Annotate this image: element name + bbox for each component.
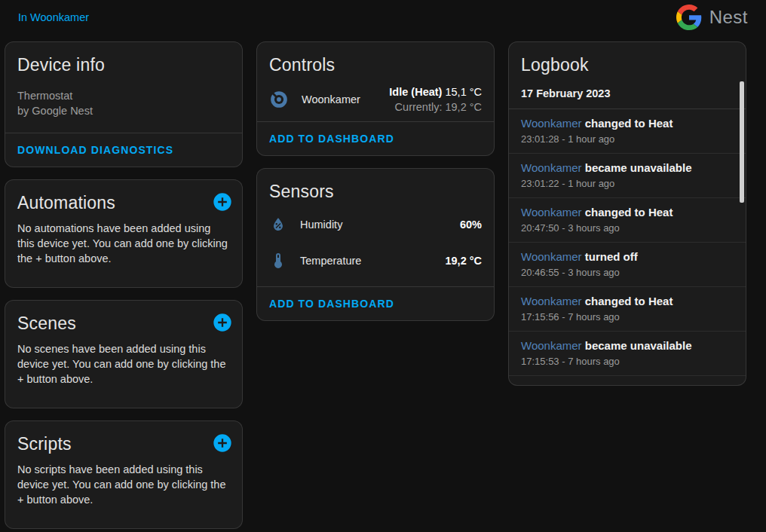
sensors-card: Sensors Humidity 60% Temperature 19,2 °C: [256, 168, 495, 321]
sensor-list: Humidity 60% Temperature 19,2 °C: [257, 203, 494, 279]
logbook-scrollbar-thumb[interactable]: [740, 81, 744, 203]
logbook-entity-link[interactable]: Woonkamer: [521, 384, 582, 386]
sensor-value: 19,2 °C: [445, 255, 482, 267]
plus-circle-icon: [212, 191, 233, 212]
logbook-timestamp: 23:01:22 - 1 hour ago: [521, 177, 734, 191]
plus-circle-icon: [212, 433, 233, 454]
logbook-timestamp: 20:46:55 - 3 hours ago: [521, 266, 734, 280]
scripts-empty-text: No scripts have been added using this de…: [5, 455, 242, 507]
scripts-title: Scripts: [5, 421, 84, 455]
thermometer-icon: [269, 252, 287, 270]
add-script-button[interactable]: [212, 433, 233, 454]
logbook-entity-link[interactable]: Woonkamer: [521, 206, 582, 219]
logbook-message: turned off: [585, 250, 638, 263]
logbook-card: Logbook 17 February 2023 Woonkamer chang…: [508, 41, 746, 386]
controls-title: Controls: [257, 42, 494, 76]
thermostat-current-temp: Currently: 19,2 °C: [389, 99, 482, 115]
logbook-entry: Woonkamer changed to Heat 17:15:56 - 7 h…: [509, 287, 746, 332]
sensors-add-to-dashboard-button[interactable]: ADD TO DASHBOARD: [269, 298, 394, 310]
device-info-title: Device info: [5, 42, 242, 76]
thermostat-entity-name: Woonkamer: [302, 93, 389, 105]
logbook-message: became unavailable: [585, 339, 692, 352]
logbook-entity-link[interactable]: Woonkamer: [521, 117, 582, 130]
controls-add-to-dashboard-button[interactable]: ADD TO DASHBOARD: [269, 133, 394, 145]
thermostat-dial-icon: [269, 90, 289, 109]
right-column: Logbook 17 February 2023 Woonkamer chang…: [508, 41, 746, 386]
sensors-title: Sensors: [257, 169, 494, 203]
device-manufacturer: by Google Nest: [17, 103, 230, 118]
device-model-manufacturer: Thermostat by Google Nest: [5, 76, 242, 118]
logbook-entry: Woonkamer became unavailable 23:01:22 - …: [509, 154, 746, 198]
logbook-entry: Woonkamer changed to Heat 23:01:28 - 1 h…: [509, 109, 746, 154]
logbook-entity-link[interactable]: Woonkamer: [521, 295, 582, 307]
device-page-content: Device info Thermostat by Google Nest DO…: [0, 35, 766, 529]
automations-title: Automations: [5, 180, 127, 214]
logbook-timestamp: 17:15:53 - 7 hours ago: [521, 355, 734, 368]
logbook-entry: Woonkamer changed to Heat 20:47:50 - 3 h…: [509, 198, 746, 243]
sensor-name: Humidity: [300, 219, 460, 231]
logbook-entity-link[interactable]: Woonkamer: [521, 250, 582, 263]
device-info-card: Device info Thermostat by Google Nest DO…: [5, 41, 243, 167]
brand-logo: Nest: [676, 5, 748, 30]
add-scene-button[interactable]: [212, 312, 233, 333]
controls-card: Controls Woonkamer Idle (Heat) 15,1 °C: [256, 41, 495, 156]
logbook-entity-link[interactable]: Woonkamer: [521, 339, 582, 352]
logbook-message: changed to Heat: [585, 384, 673, 386]
sensor-name: Temperature: [300, 255, 445, 267]
google-logo-icon: [676, 5, 702, 30]
middle-column: Controls Woonkamer Idle (Heat) 15,1 °C: [256, 41, 495, 321]
logbook-message: changed to Heat: [585, 117, 673, 130]
logbook-timestamp: 20:47:50 - 3 hours ago: [521, 222, 734, 235]
logbook-entity-link[interactable]: Woonkamer: [521, 161, 582, 174]
logbook-message: changed to Heat: [585, 206, 673, 219]
breadcrumb-back-link[interactable]: In Woonkamer: [18, 11, 89, 23]
logbook-entry-clipped: Woonkamer changed to Heat: [509, 376, 746, 386]
thermostat-hvac-state: Idle (Heat): [389, 86, 442, 98]
sensor-row-temperature[interactable]: Temperature 19,2 °C: [257, 243, 494, 279]
logbook-entry: Woonkamer turned off 20:46:55 - 3 hours …: [509, 243, 746, 287]
logbook-title: Logbook: [509, 42, 746, 76]
plus-circle-icon: [212, 312, 233, 333]
device-model: Thermostat: [17, 88, 230, 103]
automations-card: Automations No automations have been add…: [5, 179, 243, 288]
logbook-message: changed to Heat: [585, 295, 673, 307]
left-column: Device info Thermostat by Google Nest DO…: [5, 41, 243, 529]
logbook-timestamp: 23:01:28 - 1 hour ago: [521, 133, 734, 146]
automations-empty-text: No automations have been added using thi…: [5, 214, 242, 266]
thermostat-state: Idle (Heat) 15,1 °C Currently: 19,2 °C: [389, 84, 482, 115]
download-diagnostics-button[interactable]: DOWNLOAD DIAGNOSTICS: [17, 144, 173, 156]
scripts-card: Scripts No scripts have been added using…: [5, 420, 243, 529]
sensor-row-humidity[interactable]: Humidity 60%: [257, 206, 494, 243]
sensor-value: 60%: [460, 219, 482, 231]
scenes-empty-text: No scenes have been added using this dev…: [5, 335, 242, 387]
logbook-timestamp: 17:15:56 - 7 hours ago: [521, 310, 734, 324]
scenes-title: Scenes: [5, 301, 88, 335]
logbook-entry-list: Woonkamer changed to Heat 23:01:28 - 1 h…: [509, 109, 746, 386]
logbook-date-header: 17 February 2023: [509, 76, 746, 109]
scenes-card: Scenes No scenes have been added using t…: [5, 300, 243, 408]
brand-name: Nest: [709, 7, 748, 28]
water-percent-icon: [269, 216, 287, 234]
thermostat-target-temp: 15,1 °C: [445, 86, 482, 98]
logbook-entry: Woonkamer became unavailable 17:15:53 - …: [509, 332, 746, 376]
add-automation-button[interactable]: [212, 191, 233, 212]
logbook-message: became unavailable: [585, 161, 692, 174]
top-bar: In Woonkamer Nest: [0, 0, 766, 35]
thermostat-row[interactable]: Woonkamer Idle (Heat) 15,1 °C Currently:…: [257, 76, 494, 115]
